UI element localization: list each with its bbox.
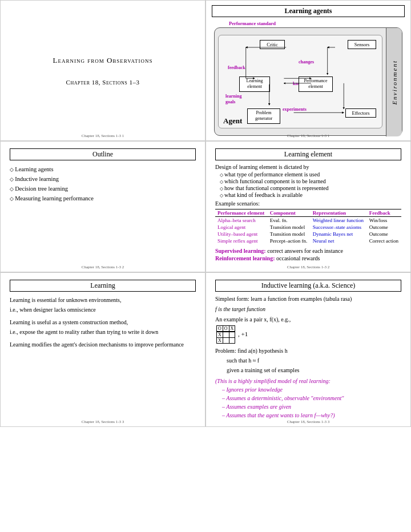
performance-standard-label: Performance standard	[229, 21, 405, 26]
example-table: O O X X X	[216, 325, 235, 344]
bullet-4: what kind of feedback is available	[220, 192, 401, 198]
row1-repr: Weighted linear function	[311, 217, 367, 224]
learning-p1: Learning is essential for unknown enviro…	[10, 296, 196, 304]
hyp-line2: given a training set of examples	[227, 366, 401, 374]
row4-perf: Simple reflex agent	[215, 237, 268, 244]
slide-outline: Outline Learning agents Inductive learni…	[0, 141, 206, 272]
row3-feed: Outcome	[367, 231, 401, 237]
simp-line1: – Ignores prior knowledge	[222, 385, 401, 394]
agent-label: Agent	[223, 116, 242, 126]
outline-item-3: Decision tree learning	[10, 186, 196, 192]
learning-goals-label: learninggoals	[225, 94, 241, 104]
slide4-footer: Chapter 18, Sections 1-3 2	[206, 265, 410, 269]
th-repr: Representation	[311, 209, 367, 217]
page-grid: Learning from Observations Chapter 18, S…	[0, 0, 411, 427]
simplified-model: (This is a highly simplified model of re…	[215, 377, 401, 420]
effectors-box: Effectors	[345, 108, 376, 118]
critic-box: Critic	[260, 40, 285, 49]
sensors-box: Sensors	[348, 40, 376, 49]
simp-line3: – Assumes examples are given	[222, 402, 401, 411]
row3-perf: Utility–based agent	[215, 231, 268, 237]
slide3-title: Outline	[10, 148, 196, 160]
learning-p4: i.e., expose the agent to reality rather…	[10, 328, 196, 336]
slide4-desc: Design of learning element is dictated b…	[215, 164, 401, 170]
outline-item-2: Inductive learning	[10, 176, 196, 182]
slide5-title: Learning	[10, 280, 196, 292]
environment-label: Environment	[391, 60, 398, 104]
slide4-bullets: what type of performance element is used…	[220, 171, 401, 198]
row3-repr: Dynamic Bayes net	[311, 231, 367, 237]
bullet-3: how that functional component is represe…	[220, 185, 401, 191]
example-pair: An example is a pair x, f(x), e.g.,	[215, 316, 401, 324]
row2-perf: Logical agent	[215, 224, 268, 231]
f-label: f is the target function	[215, 305, 401, 313]
problem-generator-box: Problemgenerator	[247, 108, 280, 124]
th-feed: Feedback	[367, 209, 401, 217]
outline-list: Learning agents Inductive learning Decis…	[10, 166, 196, 201]
row4-feed: Correct action	[367, 237, 401, 244]
row3-comp: Transition model	[268, 231, 311, 237]
outline-item-1: Learning agents	[10, 166, 196, 172]
row4-repr: Neural net	[311, 237, 367, 244]
slide4-title: Learning element	[215, 148, 401, 160]
slide2-footer: Chapter 18, Sections 1-3 1	[206, 134, 410, 138]
reinforcement-desc: occasional rewards	[276, 255, 320, 261]
environment-panel: Environment	[386, 28, 402, 136]
example-label: Example scenarios:	[215, 200, 401, 207]
feedback-label: feedback	[228, 65, 245, 70]
simp-line2: – Assumes a deterministic, observable "e…	[222, 394, 401, 402]
reinforcement-label: Reinforcement learning:	[215, 255, 275, 261]
learning-element-box: Learningelement	[239, 76, 270, 92]
slide-learning: Learning Learning is essential for unkno…	[0, 272, 206, 427]
row2-repr: Successor–state axioms	[311, 224, 367, 231]
slide1-title: Learning from Observations	[53, 56, 153, 65]
hyp-line1: such that h ≈ f	[227, 357, 401, 365]
supervised-desc: correct answers for each instance	[267, 248, 343, 254]
slide2-title: Learning agents	[212, 5, 405, 17]
row1-comp: Eval. fn.	[268, 217, 311, 224]
inner-agent-box: Critic Sensors feedback changes knowledg…	[218, 35, 382, 128]
row2-comp: Transition model	[268, 224, 311, 231]
learning-element-table: Performance element Component Representa…	[215, 209, 401, 244]
slide1-subtitle: Chapter 18, Sections 1–3	[66, 79, 140, 86]
simplest-text: Simplest form: learn a function from exa…	[215, 295, 401, 303]
slide-learning-agents: Learning agents Performance standard Env…	[206, 0, 411, 141]
diagram-area: Environment Critic Sensors feedback chan…	[214, 27, 402, 136]
learning-p5: Learning modifies the agent's decision m…	[10, 341, 196, 349]
row4-comp: Percept–action fn.	[268, 237, 311, 244]
changes-label: changes	[299, 59, 314, 65]
slide1-footer: Chapter 18, Sections 1-3 1	[1, 134, 205, 138]
th-comp: Component	[268, 209, 311, 217]
slide5-footer: Chapter 18, Sections 1-3 3	[1, 420, 205, 424]
problem-text: Problem: find a(n) hypothesis h	[215, 347, 401, 355]
supervised-text: Supervised learning: correct answers for…	[215, 248, 401, 254]
learning-p2: i.e., when designer lacks omniscience	[10, 306, 196, 314]
learning-p3: Learning is useful as a system construct…	[10, 319, 196, 327]
performance-element-box: Performanceelement	[299, 76, 333, 92]
supervised-label: Supervised learning:	[215, 248, 266, 254]
slide-inductive-learning: Inductive learning (a.k.a. Science) Simp…	[206, 272, 411, 427]
row2-feed: Outcome	[367, 224, 401, 231]
slide-learning-from-observations: Learning from Observations Chapter 18, S…	[0, 0, 206, 141]
slide6-title: Inductive learning (a.k.a. Science)	[215, 280, 401, 292]
outline-item-4: Measuring learning performance	[10, 195, 196, 201]
th-perf: Performance element	[215, 209, 268, 217]
row1-feed: Win/loss	[367, 217, 401, 224]
bullet-1: what type of performance element is used	[220, 171, 401, 178]
slide-learning-element: Learning element Design of learning elem…	[206, 141, 411, 272]
simp-line0: (This is a highly simplified model of re…	[215, 377, 401, 385]
bullet-2: which functional component is to be lear…	[220, 178, 401, 184]
slide3-footer: Chapter 18, Sections 1-3 2	[1, 265, 205, 269]
slide6-footer: Chapter 18, Sections 1-3 3	[206, 420, 410, 424]
row1-perf: Alpha–beta search	[215, 217, 268, 224]
hypothesis-block: such that h ≈ f given a training set of …	[227, 357, 401, 374]
reinforcement-text: Reinforcement learning: occasional rewar…	[215, 255, 401, 261]
simp-line4: – Assumes that the agent wants to learn …	[222, 411, 401, 420]
experiments-label: experiments	[283, 107, 307, 112]
